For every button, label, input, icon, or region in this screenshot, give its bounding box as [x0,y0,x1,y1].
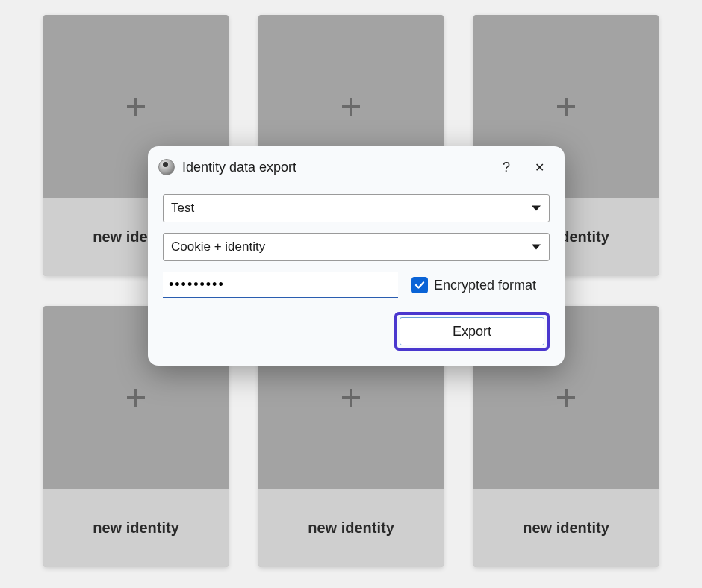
card-label: new identity [473,489,659,567]
close-button[interactable]: ✕ [526,155,553,179]
encrypted-label: Encrypted format [434,278,536,293]
plus-icon [556,96,577,117]
password-row: Encrypted format [163,272,550,298]
card-label: new identity [43,489,229,567]
encrypted-checkbox[interactable] [411,277,428,293]
export-dialog: Identity data export ? ✕ Encrypted forma… [148,146,565,366]
plus-icon [556,387,577,408]
export-type-field[interactable] [163,233,550,261]
identity-select-field[interactable] [163,194,550,222]
plus-icon [341,387,361,408]
dialog-body: Encrypted format Export [148,188,565,366]
svg-rect-1 [127,105,145,108]
dialog-header: Identity data export ? ✕ [148,146,565,188]
export-highlight: Export [394,312,550,351]
plus-icon [125,96,146,117]
svg-rect-7 [127,396,145,399]
svg-rect-11 [557,396,575,399]
svg-rect-9 [342,396,360,399]
encrypted-option[interactable]: Encrypted format [411,277,536,293]
card-label: new identity [258,489,444,567]
plus-icon [125,387,146,408]
help-button[interactable]: ? [493,155,520,179]
password-input[interactable] [163,272,398,298]
identity-select[interactable] [163,194,550,222]
dialog-actions: Export [163,312,550,351]
dialog-title: Identity data export [182,160,487,175]
plus-icon [341,96,361,117]
svg-rect-3 [342,105,360,108]
svg-rect-5 [557,105,575,108]
export-button[interactable]: Export [400,317,544,345]
export-type-select[interactable] [163,233,550,261]
app-icon [158,159,175,175]
